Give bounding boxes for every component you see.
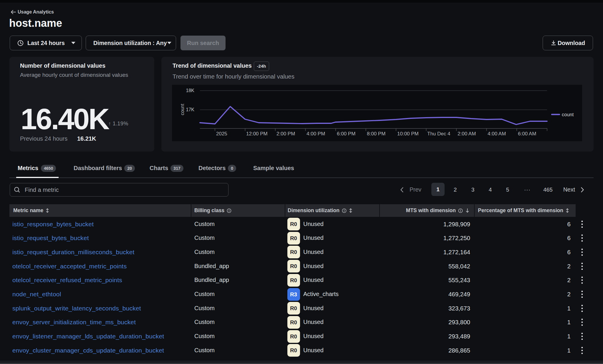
svg-text:18K: 18K: [186, 88, 195, 93]
svg-text:10:00 PM: 10:00 PM: [397, 131, 419, 137]
svg-text:17K: 17K: [186, 107, 195, 112]
svg-text:6:00 PM: 6:00 PM: [337, 131, 355, 137]
svg-text:count: count: [180, 104, 185, 115]
svg-text:count: count: [562, 112, 574, 117]
svg-text:8:00 PM: 8:00 PM: [367, 131, 385, 137]
svg-text:2:00 AM: 2:00 AM: [458, 131, 476, 137]
svg-text:4:00 PM: 4:00 PM: [307, 131, 325, 137]
svg-text:Thu Dec 4: Thu Dec 4: [427, 131, 450, 137]
svg-text:12:00 PM: 12:00 PM: [246, 131, 268, 137]
svg-text:4:00 AM: 4:00 AM: [488, 131, 506, 137]
svg-text:2:00 PM: 2:00 PM: [276, 131, 295, 137]
svg-text:6:00 AM: 6:00 AM: [518, 131, 536, 137]
svg-text:2025: 2025: [216, 131, 227, 137]
